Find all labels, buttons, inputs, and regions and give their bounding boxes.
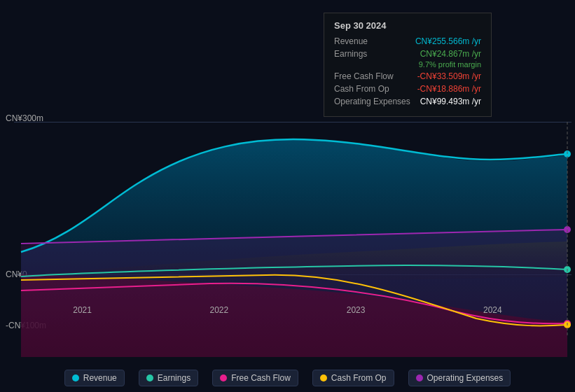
- legend-dot-earnings: [146, 374, 153, 382]
- tooltip-value-opex: CN¥99.493m /yr: [420, 97, 481, 106]
- legend-label-revenue: Revenue: [83, 373, 117, 383]
- legend: Revenue Earnings Free Cash Flow Cash Fro…: [0, 364, 575, 392]
- chart-area: CN¥300m CN¥0 -CN¥100m: [0, 0, 575, 357]
- legend-item-opex[interactable]: Operating Expenses: [408, 370, 511, 386]
- legend-item-earnings[interactable]: Earnings: [139, 370, 198, 386]
- tooltip-row-earnings: Earnings CN¥24.867m /yr: [334, 49, 481, 59]
- x-axis-labels: 2021 2022 2023 2024: [0, 305, 575, 315]
- legend-dot-opex: [416, 374, 423, 382]
- tooltip-value-earnings: CN¥24.867m /yr: [420, 49, 481, 59]
- tooltip-label-earnings: Earnings: [334, 49, 411, 59]
- legend-item-fcf[interactable]: Free Cash Flow: [212, 370, 298, 386]
- tooltip-row-opex: Operating Expenses CN¥99.493m /yr: [334, 97, 481, 106]
- tooltip-value-revenue: CN¥255.566m /yr: [415, 36, 481, 46]
- opex-fill: [21, 230, 567, 357]
- tooltip-value-cfop: -CN¥18.886m /yr: [417, 84, 481, 94]
- profit-margin-value: 9.7% profit margin: [419, 60, 481, 69]
- tooltip-row-revenue: Revenue CN¥255.566m /yr: [334, 36, 481, 46]
- tooltip-value-fcf: -CN¥33.509m /yr: [417, 71, 481, 81]
- x-label-2021: 2021: [73, 305, 92, 315]
- x-label-2024: 2024: [483, 305, 502, 315]
- tooltip-row-fcf: Free Cash Flow -CN¥33.509m /yr: [334, 71, 481, 81]
- tooltip-label-fcf: Free Cash Flow: [334, 71, 411, 81]
- tooltip-label-opex: Operating Expenses: [334, 97, 411, 106]
- legend-label-opex: Operating Expenses: [427, 373, 504, 383]
- legend-label-fcf: Free Cash Flow: [231, 373, 291, 383]
- tooltip-box: Sep 30 2024 Revenue CN¥255.566m /yr Earn…: [324, 13, 492, 117]
- tooltip-title: Sep 30 2024: [334, 20, 481, 31]
- legend-label-cfop: Cash From Op: [331, 373, 387, 383]
- x-label-2023: 2023: [347, 305, 366, 315]
- tooltip-row-cfop: Cash From Op -CN¥18.886m /yr: [334, 84, 481, 94]
- x-label-2022: 2022: [210, 305, 229, 315]
- legend-dot-revenue: [72, 374, 79, 382]
- tooltip-label-revenue: Revenue: [334, 36, 411, 46]
- legend-dot-fcf: [220, 374, 227, 382]
- profit-margin-row: 9.7% profit margin: [334, 60, 481, 69]
- legend-label-earnings: Earnings: [158, 373, 190, 383]
- tooltip-label-cfop: Cash From Op: [334, 84, 411, 94]
- legend-item-revenue[interactable]: Revenue: [64, 370, 125, 386]
- legend-dot-cfop: [320, 374, 327, 382]
- legend-item-cfop[interactable]: Cash From Op: [312, 370, 394, 386]
